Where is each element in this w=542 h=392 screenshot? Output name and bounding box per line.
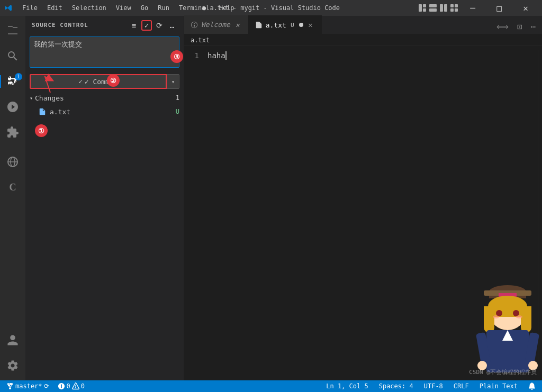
tab-welcome[interactable]: Welcome ✕ — [184, 15, 249, 34]
activity-icon-settings[interactable] — [0, 353, 25, 378]
encoding-status[interactable]: UTF-8 — [422, 380, 445, 392]
activity-icon-csdn[interactable]: C — [0, 175, 25, 200]
changes-count: 1 — [176, 94, 179, 102]
a-txt-unsaved-label: U — [291, 22, 294, 29]
activity-icon-extensions[interactable] — [0, 120, 25, 145]
code-text: haha — [207, 51, 225, 60]
cursor-position-status[interactable]: Ln 1, Col 5 — [324, 380, 370, 392]
commit-button-row: ✓ ✓ Commit ▾ — [30, 74, 179, 89]
more-options-button[interactable]: ≡ — [129, 20, 139, 31]
title-bar: File Edit Selection View Go Run Terminal… — [0, 0, 542, 16]
changes-chevron: ▾ — [30, 95, 33, 101]
split-editor-icon[interactable]: ⊡ — [515, 20, 525, 34]
activity-icon-remote[interactable] — [0, 149, 25, 175]
line-ending-label: CRLF — [454, 382, 469, 390]
language-status[interactable]: Plain Text — [477, 380, 520, 392]
language-label: Plain Text — [480, 382, 518, 390]
breadcrumb-file: a.txt — [191, 37, 210, 44]
cursor-position-label: Ln 1, Col 5 — [326, 382, 368, 390]
activity-bar: 1 C — [0, 16, 25, 380]
sidebar-title: SOURCE CONTROL — [32, 22, 88, 29]
bell-icon — [528, 382, 536, 390]
warning-count: 0 — [81, 382, 85, 390]
activity-icon-accounts[interactable] — [0, 327, 25, 353]
changes-label: Changes — [35, 94, 176, 102]
more-editor-actions-icon[interactable]: ⋯ — [528, 20, 538, 34]
menu-view[interactable]: View — [112, 3, 136, 13]
vscode-logo — [4, 4, 13, 12]
activity-icon-source-control[interactable]: 1 — [0, 69, 25, 94]
close-button[interactable]: ✕ — [513, 0, 538, 16]
status-right: Ln 1, Col 5 Spaces: 4 UTF-8 CRLF Plain T… — [324, 380, 538, 392]
sidebar: SOURCE CONTROL ≡ ✓ ⟳ … 我的第一次提交 ✓ ✓ Commi… — [25, 16, 184, 380]
minimize-button[interactable]: ─ — [460, 0, 485, 16]
line-numbers: 1 — [184, 50, 205, 376]
line-ending-status[interactable]: CRLF — [451, 380, 471, 392]
commit-main-button[interactable]: ✓ ✓ Commit — [30, 74, 167, 89]
git-branch-label: master* — [15, 382, 42, 390]
window-title: ● a.txt - mygit - Visual Studio Code — [202, 4, 340, 12]
notifications-status[interactable] — [526, 380, 538, 392]
svg-rect-1 — [423, 4, 426, 7]
menu-selection[interactable]: Selection — [68, 3, 111, 13]
window-controls: ─ □ ✕ — [418, 0, 538, 16]
status-left: master* ⟳ 0 0 — [4, 380, 87, 392]
welcome-tab-close[interactable]: ✕ — [233, 21, 242, 29]
editor-area: Welcome ✕ a.txt U ✕ ⟺ ⊡ ⋯ a.txt — [184, 16, 542, 380]
svg-rect-0 — [419, 4, 422, 12]
svg-rect-4 — [429, 8, 437, 12]
changes-section: ▾ Changes 1 a.txt U — [25, 91, 184, 380]
svg-rect-8 — [455, 4, 458, 7]
file-item-a-txt[interactable]: a.txt U — [25, 105, 184, 118]
git-sync-icon: ⟳ — [44, 382, 49, 390]
editor-layout-icon[interactable]: ⟺ — [494, 20, 511, 34]
commit-message-input[interactable] — [30, 37, 179, 68]
editor-content[interactable]: 1 haha — [184, 46, 542, 380]
a-txt-tab-label: a.txt — [266, 21, 286, 29]
commit-check-button[interactable]: ✓ — [141, 20, 152, 31]
git-branch-status[interactable]: master* ⟳ — [4, 380, 51, 392]
editor-right-scrollbar — [538, 50, 542, 376]
welcome-tab-label: Welcome — [201, 21, 230, 29]
code-content[interactable]: haha — [205, 50, 538, 376]
a-txt-unsaved-dot — [299, 23, 303, 27]
welcome-tab-icon — [191, 21, 198, 29]
file-name: a.txt — [50, 108, 176, 116]
split-icon[interactable] — [429, 4, 437, 12]
ellipsis-button[interactable]: … — [167, 20, 177, 31]
refresh-button[interactable]: ⟳ — [154, 20, 165, 31]
menu-go[interactable]: Go — [137, 3, 152, 13]
error-count: 0 — [67, 382, 70, 390]
spaces-status[interactable]: Spaces: 4 — [377, 380, 415, 392]
encoding-label: UTF-8 — [424, 382, 443, 390]
svg-rect-10 — [455, 8, 458, 12]
activity-icon-search[interactable] — [0, 43, 25, 69]
restore-button[interactable]: □ — [487, 0, 511, 16]
a-txt-tab-icon — [255, 21, 263, 29]
menu-run[interactable]: Run — [153, 3, 174, 13]
svg-rect-9 — [450, 8, 454, 12]
grid-icon[interactable] — [450, 4, 458, 12]
svg-rect-6 — [444, 4, 447, 12]
commit-button-label: ✓ Commit — [85, 78, 118, 86]
activity-icon-explorer[interactable] — [0, 18, 25, 43]
svg-rect-3 — [429, 4, 437, 7]
status-bar: master* ⟳ 0 0 Ln 1, Col 5 Spaces: 4 UTF-… — [0, 380, 542, 392]
menu-file[interactable]: File — [18, 3, 42, 13]
commit-dropdown-button[interactable]: ▾ — [167, 74, 179, 89]
layout-icon[interactable] — [418, 4, 427, 12]
errors-status[interactable]: 0 0 — [56, 380, 87, 392]
changes-header[interactable]: ▾ Changes 1 — [25, 91, 184, 105]
a-txt-tab-close[interactable]: ✕ — [306, 21, 315, 29]
menu-edit[interactable]: Edit — [43, 3, 67, 13]
sidebar-actions: ≡ ✓ ⟳ … — [129, 20, 177, 31]
tab-bar-right: ⟺ ⊡ ⋯ — [494, 20, 542, 34]
activity-icon-run-debug[interactable] — [0, 94, 25, 120]
code-line-1: haha — [207, 50, 538, 61]
commit-input-wrapper: 我的第一次提交 — [30, 37, 179, 70]
tab-bar: Welcome ✕ a.txt U ✕ ⟺ ⊡ ⋯ — [184, 16, 542, 34]
activity-bar-bottom — [0, 327, 25, 380]
panels-icon[interactable] — [439, 4, 448, 12]
tab-a-txt[interactable]: a.txt U ✕ — [249, 15, 322, 34]
source-control-badge: 1 — [15, 73, 22, 80]
